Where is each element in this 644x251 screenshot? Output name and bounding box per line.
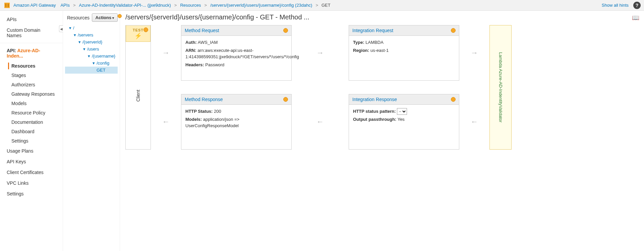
caret-down-icon: ▾ xyxy=(93,61,97,66)
integration-response-panel[interactable]: Integration Response HTTP status pattern… xyxy=(349,94,459,150)
nav-authorizers[interactable]: Authorizers xyxy=(0,80,63,89)
type-value: LAMBDA xyxy=(365,40,383,45)
nav-usage-plans[interactable]: Usage Plans xyxy=(0,146,63,156)
type-label: Type: xyxy=(353,40,364,45)
tree-node-get[interactable]: GET xyxy=(65,67,118,74)
arn-value: arn:aws:execute-api:us-east-1:4143985993… xyxy=(185,48,299,60)
method-response-title[interactable]: Method Response xyxy=(185,97,223,102)
nav-resource-policy[interactable]: Resource Policy xyxy=(0,108,63,117)
caret-down-icon: ▾ xyxy=(83,47,87,52)
integration-request-title[interactable]: Integration Request xyxy=(352,28,393,33)
breadcrumb: APIs > Azure-AD-IndentityValidator-API-.… xyxy=(60,3,330,8)
nav-stages[interactable]: Stages xyxy=(0,71,63,80)
caret-down-icon: ▾ xyxy=(74,32,78,37)
method-response-panel[interactable]: Method Response HTTP Status: 200 Models:… xyxy=(181,94,292,150)
caret-down-icon: ▾ xyxy=(69,25,73,30)
auth-value: AWS_IAM xyxy=(198,40,218,45)
page-title: /servers/{serverId}/users/{username}/con… xyxy=(125,13,628,21)
caret-down-icon: ▾ xyxy=(78,39,82,45)
api-label: API: Azure-AD-Inden... xyxy=(0,45,63,61)
nav-documentation[interactable]: Documentation xyxy=(0,117,63,127)
auth-label: Auth: xyxy=(185,40,197,45)
breadcrumb-api[interactable]: Azure-AD-IndentityValidator-API-... (jjx… xyxy=(79,3,171,8)
tree-node-servers[interactable]: ▾/servers xyxy=(65,31,118,38)
arrow-left-icon xyxy=(459,94,489,150)
lambda-box[interactable]: Lambda Azure-AD-IndentityValidator xyxy=(489,25,512,150)
spacer xyxy=(93,68,97,73)
nav-settings[interactable]: Settings xyxy=(0,188,63,199)
breadcrumb-method: GET xyxy=(321,3,331,8)
method-request-panel[interactable]: Method Request Auth: AWS_IAM ARN: arn:aw… xyxy=(181,25,292,81)
show-hints-link[interactable]: Show all hints xyxy=(602,3,629,8)
status-pattern-select[interactable]: - xyxy=(397,108,407,115)
tree-node-users[interactable]: ▾/users xyxy=(65,46,118,53)
lightning-icon: ⚡ xyxy=(126,32,150,39)
actions-button[interactable]: Actions xyxy=(92,13,118,22)
help-icon[interactable]: ? xyxy=(633,2,641,9)
passthrough-label: Output passthrough: xyxy=(353,117,396,122)
status-pattern-label: HTTP status pattern: xyxy=(353,109,396,114)
hint-dot-icon[interactable] xyxy=(451,28,456,33)
arrow-right-icon xyxy=(459,25,489,81)
nav-resources[interactable]: Resources xyxy=(0,61,63,71)
arrow-left-icon xyxy=(151,94,181,150)
headers-value: Password xyxy=(205,62,224,67)
chevron-right-icon: > xyxy=(315,3,318,8)
tree-node-root[interactable]: ▾/ xyxy=(65,24,118,31)
left-nav: ◀ APIs Custom Domain Names API: Azure-AD… xyxy=(0,11,63,251)
chevron-right-icon: > xyxy=(174,3,177,8)
lambda-label: Lambda Azure-AD-IndentityValidator xyxy=(498,52,503,122)
headers-label: Headers: xyxy=(185,62,204,67)
breadcrumb-resource-path[interactable]: /servers/{serverId}/users/{username}/con… xyxy=(210,3,312,8)
method-execution-diagram: TEST ⚡ Client Method Request Auth: AWS_I… xyxy=(125,25,639,150)
hint-dot-icon[interactable] xyxy=(283,97,288,102)
test-button[interactable]: TEST ⚡ xyxy=(126,25,151,42)
client-box: TEST ⚡ Client xyxy=(125,25,151,150)
tree-node-config[interactable]: ▾/config xyxy=(65,60,118,67)
breadcrumb-bar: Amazon API Gateway APIs > Azure-AD-Inden… xyxy=(0,0,644,11)
resources-title: Resources xyxy=(65,15,90,20)
tree-node-username[interactable]: ▾/{username} xyxy=(65,53,118,60)
integration-response-title[interactable]: Integration Response xyxy=(352,97,397,102)
caret-down-icon: ▾ xyxy=(88,54,92,59)
breadcrumb-apis[interactable]: APIs xyxy=(60,3,69,8)
client-label: Client xyxy=(135,90,141,102)
nav-models[interactable]: Models xyxy=(0,99,63,108)
hint-dot-icon[interactable] xyxy=(283,28,288,33)
http-status-label: HTTP Status: xyxy=(185,109,213,114)
divider xyxy=(0,43,63,43)
nav-vpc-links[interactable]: VPC Links xyxy=(0,178,63,188)
nav-dashboard[interactable]: Dashboard xyxy=(0,127,63,136)
resources-panel: Resources Actions ▾/ ▾/servers ▾/{server… xyxy=(63,11,120,251)
method-request-title[interactable]: Method Request xyxy=(185,28,219,33)
chevron-right-icon: > xyxy=(73,3,76,8)
nav-api-settings[interactable]: Settings xyxy=(0,136,63,146)
region-value: us-east-1 xyxy=(370,48,389,53)
collapse-nav-icon[interactable]: ◀ xyxy=(59,25,63,32)
integration-request-panel[interactable]: Integration Request Type: LAMBDA Region:… xyxy=(349,25,459,81)
resource-tree: ▾/ ▾/servers ▾/{serverId} ▾/users ▾/{use… xyxy=(65,24,118,74)
service-name-link[interactable]: Amazon API Gateway xyxy=(13,3,56,8)
arn-label: ARN: xyxy=(185,48,196,53)
nav-apis[interactable]: APIs xyxy=(0,14,63,25)
nav-api-keys[interactable]: API Keys xyxy=(0,156,63,167)
region-label: Region: xyxy=(353,48,369,53)
arrow-right-icon xyxy=(151,25,181,81)
service-logo-icon xyxy=(3,2,11,9)
svg-rect-0 xyxy=(4,3,10,8)
nav-custom-domains[interactable]: Custom Domain Names xyxy=(0,25,63,41)
nav-client-certs[interactable]: Client Certificates xyxy=(0,167,63,178)
arrow-right-icon xyxy=(292,25,349,81)
svg-rect-1 xyxy=(5,4,6,7)
passthrough-value: Yes xyxy=(398,117,405,122)
chevron-right-icon: > xyxy=(204,3,207,8)
breadcrumb-resources[interactable]: Resources xyxy=(180,3,201,8)
hint-dot-icon[interactable] xyxy=(143,27,148,32)
documentation-icon[interactable]: 📖 xyxy=(632,14,639,21)
main-area: /servers/{serverId}/users/{username}/con… xyxy=(120,11,644,251)
hint-dot-icon[interactable] xyxy=(451,97,456,102)
models-label: Models: xyxy=(185,117,202,122)
nav-gateway-responses[interactable]: Gateway Responses xyxy=(0,89,63,99)
tree-node-serverid[interactable]: ▾/{serverId} xyxy=(65,38,118,46)
svg-rect-2 xyxy=(8,4,9,7)
